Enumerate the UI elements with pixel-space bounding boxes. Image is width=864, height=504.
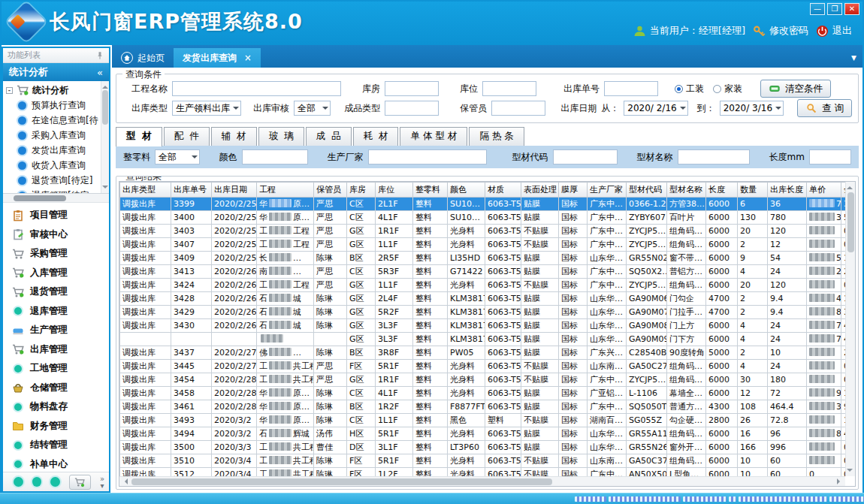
- table-row[interactable]: 调拨出库34302020/2/26石城陈琳G区3L3F整料KLM38176063…: [120, 319, 846, 333]
- radio-gongzhuang[interactable]: [675, 85, 683, 93]
- module-dot-icon[interactable]: [32, 477, 42, 487]
- table-row[interactable]: 调拨出库34002020/2/25华原…严思C区4L1F整料SU10…6063-…: [120, 211, 846, 225]
- tree-scroll-thumb[interactable]: [102, 90, 108, 125]
- color-input[interactable]: [242, 149, 308, 164]
- module-dot-icon[interactable]: [14, 477, 23, 487]
- scroll-left-icon[interactable]: [122, 478, 128, 484]
- table-row[interactable]: 调拨出库34072020/2/25工工程严思G区1L1F整料光身料6063-T5…: [120, 238, 846, 252]
- table-row[interactable]: 调拨出库34292020/2/26石城陈琳G区5R2F整料KLM38176063…: [120, 306, 846, 319]
- table-row[interactable]: 调拨出库34542020/2/28工共工程严思G区1R1F整料光身料6063-T…: [120, 373, 846, 387]
- sidebar-item-出库管理[interactable]: 出库管理: [3, 340, 109, 360]
- tree-item[interactable]: 收货入库查询: [6, 158, 109, 173]
- table-horizontal-scrollbar[interactable]: [119, 476, 845, 486]
- pin-icon[interactable]: [95, 51, 104, 60]
- column-header-材质[interactable]: 材质: [485, 183, 521, 198]
- table-row[interactable]: 调拨出库34932020/3/2华原…陈琳C区1L1F整料黑色塑料不贴膜国标湖南…: [120, 414, 846, 427]
- table-row[interactable]: 调拨出库34132020/2/26南…严思C区5R3F整料G714226063-…: [120, 265, 846, 279]
- table-row[interactable]: 调拨出库35002020/3/3工共工程曹佳D区3L1F整料LT3P606063…: [120, 441, 846, 454]
- scroll-right-icon[interactable]: [837, 478, 843, 484]
- collapse-icon[interactable]: «: [97, 67, 103, 78]
- tab-list-dropdown-icon[interactable]: ▼: [851, 54, 856, 62]
- warehouse-input[interactable]: [385, 81, 439, 96]
- minimize-button[interactable]: —: [810, 3, 825, 15]
- sidebar-item-采购管理[interactable]: 采购管理: [3, 244, 109, 264]
- column-header-保管员[interactable]: 保管员: [314, 183, 347, 198]
- maker-input[interactable]: [368, 149, 487, 164]
- table-row[interactable]: 调拨出库34372020/2/27佛…陈琳B区3R8F整料PW056063-T5…: [120, 346, 846, 360]
- whole-part-combo[interactable]: 全部: [155, 149, 200, 164]
- module-dot-icon[interactable]: [50, 477, 60, 487]
- change-password-button[interactable]: 修改密码: [753, 24, 808, 38]
- more-modules-button[interactable]: »▾: [100, 475, 104, 489]
- tree-item[interactable]: 发货出库查询: [6, 143, 109, 158]
- table-row[interactable]: 调拨出库34242020/2/26工工程严思G区1L1F整料光身料6063-T5…: [120, 279, 846, 292]
- search-button[interactable]: 查 询: [797, 99, 852, 117]
- sidebar-item-物料盘存[interactable]: 物料盘存: [3, 397, 109, 417]
- column-header-型材名称[interactable]: 型材名称: [667, 183, 706, 198]
- location-input[interactable]: [482, 81, 536, 96]
- tree-root-statistics[interactable]: -统计分析: [6, 83, 109, 98]
- sidebar-item-生产管理[interactable]: 生产管理: [3, 321, 109, 340]
- sidebar-item-项目管理[interactable]: 项目管理: [3, 206, 109, 225]
- clear-conditions-button[interactable]: 清空条件: [760, 80, 831, 98]
- tree-hscroll-thumb[interactable]: [14, 195, 66, 201]
- column-header-膜厚[interactable]: 膜厚: [559, 183, 588, 198]
- tree-expander-icon[interactable]: -: [6, 87, 13, 94]
- table-row[interactable]: 调拨出库34612020/2/28华原…陈琳B区1R2F整料F8877FT606…: [120, 400, 846, 414]
- scroll-up-icon[interactable]: [102, 83, 108, 89]
- column-header-出库日期[interactable]: 出库日期: [212, 183, 257, 198]
- close-button[interactable]: ✕: [844, 3, 859, 15]
- sidebar-item-财务管理[interactable]: 财务管理: [3, 417, 109, 436]
- order-no-input[interactable]: [604, 81, 658, 96]
- tree-item[interactable]: 退库管理[待定: [6, 188, 109, 194]
- sidebar-item-审核中心[interactable]: 审核中心: [3, 225, 109, 245]
- column-header-表面处理[interactable]: 表面处理: [521, 183, 559, 198]
- material-tab-5[interactable]: 成 品: [306, 127, 352, 146]
- column-header-型材代码[interactable]: 型材代码: [627, 183, 667, 198]
- sidebar-item-入库管理[interactable]: 入库管理: [3, 264, 109, 283]
- product-type-input[interactable]: [385, 101, 439, 116]
- sidebar-item-补单中心[interactable]: 补单中心: [3, 455, 109, 472]
- radio-jiazhuang[interactable]: [713, 85, 721, 93]
- column-header-库房[interactable]: 库房: [347, 183, 376, 198]
- column-header-出库单号[interactable]: 出库单号: [171, 183, 212, 198]
- table-row[interactable]: G区3L3F整料KLM38176063-T5贴膜国标山东华…GA90M09…门下…: [120, 333, 846, 346]
- module-cart-button[interactable]: [69, 475, 91, 490]
- tab-shipping-out-query[interactable]: 发货出库查询 ×: [174, 48, 261, 68]
- tree-item[interactable]: 预算执行查询: [6, 98, 109, 113]
- material-tab-3[interactable]: 辅 材: [211, 127, 257, 146]
- column-header-工程[interactable]: 工程: [257, 183, 314, 198]
- out-type-combo[interactable]: 生产领料出库: [172, 101, 241, 116]
- material-tab-7[interactable]: 单 体 型 材: [400, 127, 467, 146]
- column-header-生产厂家[interactable]: 生产厂家: [588, 183, 627, 198]
- length-input[interactable]: [809, 149, 851, 164]
- tree-vertical-scrollbar[interactable]: [101, 81, 109, 193]
- table-row[interactable]: 调拨出库34942020/3/2石辉城汤伟H区5R1F整料光身料6063-T5贴…: [120, 427, 846, 441]
- column-header-整零料[interactable]: 整零料: [413, 183, 448, 198]
- table-row[interactable]: 调拨出库35102020/3/4工共工程陈琳F区5R1F整料光身料6063-T5…: [120, 454, 846, 468]
- table-row[interactable]: 调拨出库34582020/2/28华原…陈琳C区4L1F整料光身料6063-T5…: [120, 387, 846, 400]
- column-header-长度[interactable]: 长度: [706, 183, 738, 198]
- scroll-down-icon[interactable]: [102, 186, 108, 192]
- project-name-input[interactable]: [172, 81, 341, 96]
- tree-item[interactable]: 在途信息查询[待: [6, 113, 109, 128]
- scroll-up-icon[interactable]: [847, 183, 853, 189]
- logout-button[interactable]: 退出: [816, 24, 852, 38]
- sidebar-item-退库管理[interactable]: 退库管理: [3, 302, 109, 321]
- sidebar-item-退货管理[interactable]: 退货管理: [3, 282, 109, 302]
- tree-horizontal-scrollbar[interactable]: [3, 194, 109, 203]
- vscroll-thumb[interactable]: [847, 192, 854, 252]
- table-row[interactable]: 调拨出库35122020/3/4工共工程陈琳F区1L2F整料光身料6063-T5…: [120, 468, 846, 477]
- material-tab-4[interactable]: 玻 璃: [258, 127, 304, 146]
- material-tab-8[interactable]: 隔 热 条: [469, 127, 524, 146]
- material-tab-2[interactable]: 配 件: [164, 127, 210, 146]
- column-header-单价[interactable]: 单价: [807, 183, 841, 198]
- tree-item[interactable]: 退货查询[待定]: [6, 173, 109, 188]
- sidebar-item-结转管理[interactable]: 结转管理: [3, 436, 109, 455]
- scroll-down-icon[interactable]: [847, 469, 853, 475]
- tree-item[interactable]: 采购入库查询: [6, 128, 109, 143]
- table-row[interactable]: 调拨出库34452020/2/27工共工程严思F区5R1F整料光身料6063-T…: [120, 360, 846, 373]
- column-header-数量[interactable]: 数量: [738, 183, 768, 198]
- table-row[interactable]: 调拨出库34282020/2/26石城陈琳G区2L4F整料KLM38176063…: [120, 292, 846, 306]
- table-row[interactable]: 调拨出库33992020/2/25华原…严思C区2L1F整料SU10…6063-…: [120, 198, 846, 211]
